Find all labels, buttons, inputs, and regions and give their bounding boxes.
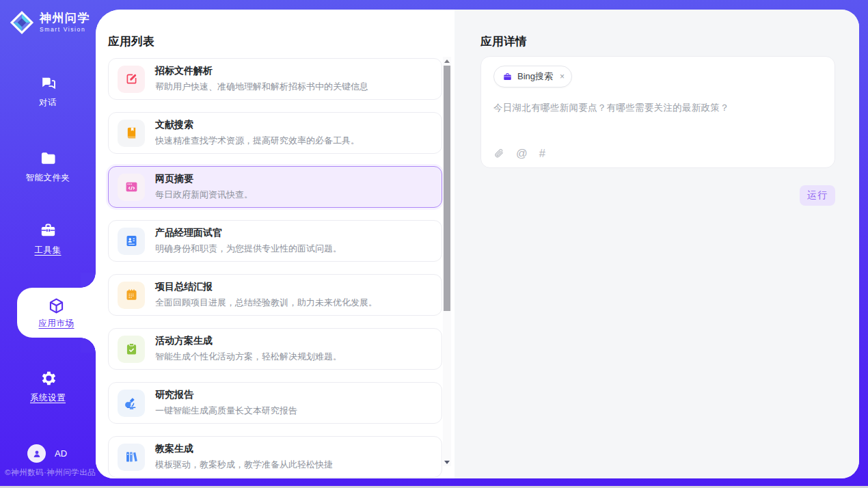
- app-card[interactable]: 研究报告 一键智能生成高质量长文本研究报告: [108, 382, 442, 424]
- app-card[interactable]: 教案生成 模板驱动，教案秒成，教学准备从此轻松快捷: [108, 436, 442, 478]
- app-card[interactable]: 产品经理面试官 明确身份和职责，为您提供专业性的面试问题。: [108, 220, 442, 262]
- note-icon: [118, 282, 145, 309]
- main-content: 应用列表 招标文件解析 帮助用户快速、准确地理解和解析招标书中的关键信息 文献搜…: [96, 10, 859, 478]
- app-detail-title: 应用详情: [480, 34, 527, 49]
- scrollbar-thumb[interactable]: [444, 66, 450, 311]
- clipboard-check-icon: [118, 336, 145, 363]
- app-card-desc: 一键智能生成高质量长文本研究报告: [155, 405, 297, 417]
- app-card-title: 活动方案生成: [155, 335, 342, 347]
- tool-chip-label: Bing搜索: [517, 70, 553, 83]
- tool-chip-bing-search[interactable]: Bing搜索 ×: [493, 66, 572, 87]
- app-card-desc: 智能生成个性化活动方案，轻松解决规划难题。: [155, 351, 342, 363]
- sidebar-item-chat[interactable]: 对话: [0, 74, 96, 109]
- prompt-card[interactable]: Bing搜索 × 今日湖北有哪些新闻要点？有哪些需要关注的最新政策？ @#: [480, 56, 835, 168]
- sidebar-item-tools[interactable]: 工具集: [0, 221, 96, 256]
- resume-icon: [118, 228, 145, 255]
- query-text[interactable]: 今日湖北有哪些新闻要点？有哪些需要关注的最新政策？: [493, 102, 822, 114]
- app-card-title: 招标文件解析: [155, 65, 368, 77]
- app-list-panel: 应用列表 招标文件解析 帮助用户快速、准确地理解和解析招标书中的关键信息 文献搜…: [96, 10, 455, 478]
- sidebar-nav: 对话 智能文件夹 工具集 应用市场 系统设置: [0, 0, 96, 488]
- app-card-title: 项目总结汇报: [155, 281, 377, 293]
- avatar: [27, 444, 46, 463]
- app-card-desc: 每日政府新闻资讯快查。: [155, 189, 253, 201]
- books-icon: [118, 444, 145, 471]
- cube-icon: [47, 297, 66, 315]
- app-list-title: 应用列表: [108, 34, 154, 49]
- sidebar: 神州问学 Smart Vision 对话 智能文件夹 工具集 应用市场 系统设置…: [0, 0, 96, 488]
- app-card-title: 教案生成: [155, 443, 333, 455]
- app-card-desc: 明确身份和职责，为您提供专业性的面试问题。: [155, 243, 342, 255]
- paperclip-icon[interactable]: [493, 148, 504, 159]
- app-card-title: 产品经理面试官: [155, 227, 342, 239]
- browser-code-icon: [118, 174, 145, 201]
- user-name: AD: [55, 448, 67, 459]
- run-button[interactable]: 运行: [800, 185, 835, 206]
- prompt-toolbar: @#: [493, 148, 545, 159]
- app-card-title: 网页摘要: [155, 173, 253, 185]
- at-icon[interactable]: @: [516, 148, 528, 159]
- app-cards: 招标文件解析 帮助用户快速、准确地理解和解析招标书中的关键信息 文献搜索 快速精…: [108, 58, 442, 478]
- app-card-desc: 全面回顾项目进展，总结经验教训，助力未来优化发展。: [155, 297, 377, 309]
- app-card-desc: 快速精准查找学术资源，提高研究效率的必备工具。: [155, 135, 360, 147]
- toolbox-icon: [39, 221, 57, 240]
- folder-icon: [39, 149, 57, 167]
- app-card[interactable]: 文献搜索 快速精准查找学术资源，提高研究效率的必备工具。: [108, 112, 442, 154]
- app-card[interactable]: 网页摘要 每日政府新闻资讯快查。: [108, 166, 442, 208]
- gear-icon: [39, 369, 57, 388]
- book-icon: [118, 120, 145, 147]
- app-card[interactable]: 项目总结汇报 全面回顾项目进展，总结经验教训，助力未来优化发展。: [108, 274, 442, 316]
- app-detail-panel: 应用详情 Bing搜索 × 今日湖北有哪些新闻要点？有哪些需要关注的最新政策？ …: [455, 10, 859, 478]
- app-card[interactable]: 招标文件解析 帮助用户快速、准确地理解和解析招标书中的关键信息: [108, 58, 442, 100]
- scrollbar[interactable]: [443, 57, 451, 466]
- user-account[interactable]: AD: [27, 444, 67, 463]
- copyright-text: ©神州数码·神州问学出品: [5, 467, 96, 478]
- edit-icon: [118, 66, 145, 93]
- chat-icon: [39, 74, 57, 92]
- briefcase-icon: [502, 72, 513, 82]
- research-icon: [118, 390, 145, 417]
- sidebar-item-settings[interactable]: 系统设置: [0, 369, 96, 404]
- app-card-title: 文献搜索: [155, 119, 360, 131]
- sidebar-item-market[interactable]: 应用市场: [17, 288, 96, 338]
- hash-icon[interactable]: #: [539, 148, 545, 159]
- app-card-title: 研究报告: [155, 389, 297, 401]
- sidebar-item-folders[interactable]: 智能文件夹: [0, 149, 96, 184]
- app-card-desc: 帮助用户快速、准确地理解和解析招标书中的关键信息: [155, 81, 368, 93]
- app-card-desc: 模板驱动，教案秒成，教学准备从此轻松快捷: [155, 459, 333, 471]
- scroll-down-arrow-icon[interactable]: [443, 458, 451, 466]
- chip-close-icon[interactable]: ×: [560, 72, 565, 81]
- app-card[interactable]: 活动方案生成 智能生成个性化活动方案，轻松解决规划难题。: [108, 328, 442, 370]
- scroll-up-arrow-icon[interactable]: [443, 57, 451, 65]
